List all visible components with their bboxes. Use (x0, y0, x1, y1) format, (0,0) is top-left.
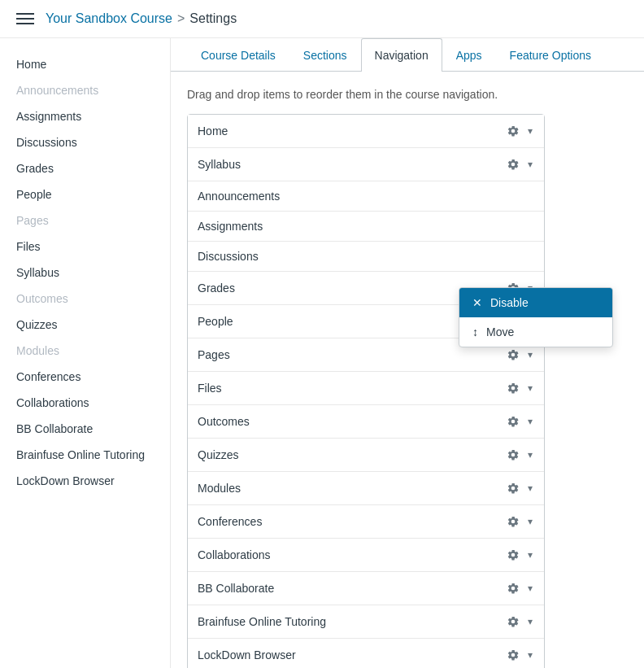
nav-item-outcomes[interactable]: Outcomes ▾ (188, 405, 544, 439)
gear-icon-syllabus[interactable] (503, 156, 523, 172)
nav-item-label-announcements: Announcements (198, 190, 280, 203)
gear-icon-quizzes[interactable] (503, 447, 523, 463)
dropdown-arrow-files[interactable]: ▾ (526, 381, 534, 395)
nav-item-brainfuse[interactable]: Brainfuse Online Tutoring ▾ (188, 605, 544, 639)
gear-icon-modules[interactable] (503, 480, 523, 496)
dropdown-arrow-home[interactable]: ▾ (526, 124, 534, 138)
nav-item-label-syllabus: Syllabus (198, 158, 241, 171)
sidebar-item-collaborations[interactable]: Collaborations (0, 390, 170, 416)
page-title: Settings (189, 11, 237, 26)
dropdown-arrow-brainfuse[interactable]: ▾ (526, 614, 534, 629)
sidebar-item-syllabus[interactable]: Syllabus (0, 260, 170, 286)
sidebar-item-brainfuse[interactable]: Brainfuse Online Tutoring (0, 442, 170, 468)
nav-item-lockdown-browser[interactable]: LockDown Browser ▾ (188, 639, 544, 668)
disable-icon: ✕ (472, 296, 482, 309)
dropdown-item-move[interactable]: ↕Move (459, 317, 612, 347)
dropdown-item-disable[interactable]: ✕Disable (459, 288, 612, 317)
gear-icon-pages[interactable] (503, 347, 523, 363)
tab-navigation[interactable]: Navigation (361, 38, 442, 72)
tabs-bar: Course DetailsSectionsNavigationAppsFeat… (171, 38, 644, 72)
nav-item-label-files: Files (198, 382, 222, 395)
header: Your Sandbox Course > Settings (0, 0, 644, 38)
gear-icon-files[interactable] (503, 380, 523, 396)
sidebar-item-people[interactable]: People (0, 181, 170, 207)
sidebar-item-files[interactable]: Files (0, 234, 170, 260)
nav-item-assignments[interactable]: Assignments (188, 212, 544, 242)
nav-items-list: Home ▾Syllabus ▾AnnouncementsAssignments… (187, 114, 545, 668)
dropdown-arrow-bb-collaborate[interactable]: ▾ (526, 581, 534, 596)
gear-icon-conferences[interactable] (503, 513, 523, 530)
dropdown-arrow-collaborations[interactable]: ▾ (526, 548, 534, 562)
nav-item-controls-modules: ▾ (503, 480, 534, 496)
nav-item-controls-conferences: ▾ (503, 513, 534, 530)
dropdown-arrow-outcomes[interactable]: ▾ (526, 414, 534, 429)
sidebar-item-assignments[interactable]: Assignments (0, 103, 170, 129)
dropdown-arrow-syllabus[interactable]: ▾ (526, 157, 534, 172)
nav-item-controls-pages: ▾ (503, 347, 534, 363)
nav-item-controls-collaborations: ▾ (503, 547, 534, 563)
nav-item-syllabus[interactable]: Syllabus ▾ (188, 148, 544, 181)
nav-item-controls-syllabus: ▾ (503, 156, 534, 172)
sidebar-item-outcomes: Outcomes (0, 286, 170, 312)
nav-item-discussions[interactable]: Discussions (188, 242, 544, 272)
nav-item-label-collaborations: Collaborations (198, 548, 271, 561)
nav-item-modules[interactable]: Modules ▾ (188, 472, 544, 505)
dropdown-arrow-conferences[interactable]: ▾ (526, 514, 534, 529)
nav-item-label-lockdown-browser: LockDown Browser (198, 648, 296, 661)
sidebar-item-modules: Modules (0, 338, 170, 364)
sidebar-item-bb-collaborate[interactable]: BB Collaborate (0, 416, 170, 442)
nav-item-controls-bb-collaborate: ▾ (503, 580, 534, 596)
gear-icon-brainfuse[interactable] (503, 613, 523, 630)
dropdown-arrow-modules[interactable]: ▾ (526, 481, 534, 496)
nav-item-label-conferences: Conferences (198, 515, 262, 528)
sidebar-item-grades[interactable]: Grades (0, 155, 170, 181)
move-icon: ↕ (472, 325, 478, 338)
nav-item-quizzes[interactable]: Quizzes ▾ (188, 439, 544, 472)
nav-item-files[interactable]: Files ▾ (188, 372, 544, 405)
nav-item-label-assignments: Assignments (198, 220, 263, 233)
gear-icon-outcomes[interactable] (503, 413, 523, 430)
nav-item-bb-collaborate[interactable]: BB Collaborate ▾ (188, 572, 544, 605)
gear-icon-home[interactable] (503, 123, 523, 139)
content-area: Drag and drop items to reorder them in t… (171, 72, 644, 668)
hamburger-menu-icon[interactable] (16, 13, 34, 24)
sidebar-item-pages: Pages (0, 207, 170, 234)
nav-item-controls-brainfuse: ▾ (503, 613, 534, 630)
sidebar-item-quizzes[interactable]: Quizzes (0, 312, 170, 338)
dropdown-item-label-move: Move (486, 325, 514, 338)
nav-item-label-discussions: Discussions (198, 250, 259, 263)
sidebar-item-discussions[interactable]: Discussions (0, 129, 170, 155)
tab-feature-options[interactable]: Feature Options (496, 38, 605, 72)
tab-apps[interactable]: Apps (442, 38, 496, 72)
drag-hint: Drag and drop items to reorder them in t… (187, 88, 628, 101)
nav-item-controls-outcomes: ▾ (503, 413, 534, 430)
gear-icon-lockdown-browser[interactable] (503, 647, 523, 663)
nav-item-label-modules: Modules (198, 482, 241, 495)
course-link[interactable]: Your Sandbox Course (46, 11, 172, 26)
dropdown-arrow-lockdown-browser[interactable]: ▾ (526, 648, 534, 662)
dropdown-item-label-disable: Disable (490, 296, 529, 309)
sidebar-item-home[interactable]: Home (0, 51, 170, 77)
gear-icon-bb-collaborate[interactable] (503, 580, 523, 596)
nav-item-controls-quizzes: ▾ (503, 447, 534, 463)
tab-course-details[interactable]: Course Details (187, 38, 289, 72)
nav-item-label-people: People (198, 315, 233, 328)
nav-item-home[interactable]: Home ▾ (188, 115, 544, 148)
nav-item-label-home: Home (198, 124, 228, 138)
breadcrumb-separator: > (177, 11, 185, 26)
nav-item-label-quizzes: Quizzes (198, 448, 239, 461)
sidebar-item-conferences[interactable]: Conferences (0, 364, 170, 390)
dropdown-arrow-quizzes[interactable]: ▾ (526, 448, 534, 462)
nav-item-controls-home: ▾ (503, 123, 534, 139)
main-content: Course DetailsSectionsNavigationAppsFeat… (171, 38, 644, 668)
sidebar: HomeAnnouncementsAssignmentsDiscussionsG… (0, 38, 171, 668)
nav-item-label-pages: Pages (198, 348, 230, 361)
nav-item-announcements[interactable]: Announcements (188, 181, 544, 212)
nav-item-controls-files: ▾ (503, 380, 534, 396)
tab-sections[interactable]: Sections (289, 38, 361, 72)
nav-item-collaborations[interactable]: Collaborations ▾ (188, 539, 544, 572)
dropdown-arrow-pages[interactable]: ▾ (526, 347, 534, 362)
gear-icon-collaborations[interactable] (503, 547, 523, 563)
nav-item-conferences[interactable]: Conferences ▾ (188, 505, 544, 539)
sidebar-item-lockdown-browser[interactable]: LockDown Browser (0, 468, 170, 494)
